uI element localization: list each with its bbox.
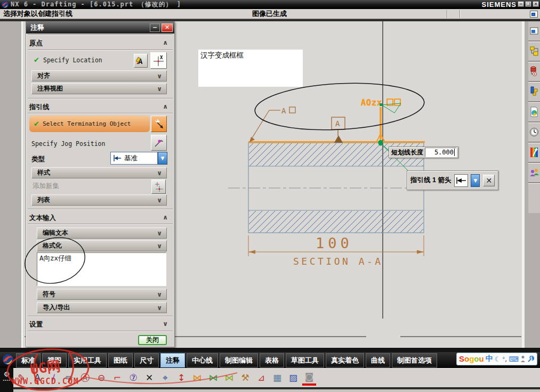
close-dialog-button[interactable]: 关闭: [138, 335, 167, 345]
target-point-icon[interactable]: ⌖: [158, 370, 172, 385]
divider: [28, 209, 173, 210]
annotation-dialog: 注释 − ✕ 原点 ∧ ✔ Specify Location A X 对齐∨: [26, 21, 175, 347]
collapse-chevron[interactable]: ∧: [160, 39, 170, 46]
dependencies-icon[interactable]: [528, 102, 540, 123]
format-group-bar[interactable]: 格式化∨: [37, 240, 167, 251]
nx-logo-icon: [1, 1, 9, 9]
tab-curve[interactable]: 曲线: [366, 353, 390, 368]
work-window-icon[interactable]: [530, 11, 538, 18]
history-icon[interactable]: [528, 123, 540, 143]
part-navigator-icon[interactable]: [528, 82, 540, 102]
tab-sketch-tools[interactable]: 草图工具: [286, 353, 324, 368]
remove-leader-button[interactable]: ✕: [483, 175, 495, 186]
divider: [28, 331, 173, 332]
ime-moon-icon[interactable]: ☾: [495, 355, 501, 363]
select-terminating-object-row[interactable]: ✔ Select Terminating Object: [29, 116, 150, 132]
feature-control-frame-icon[interactable]: ⌐: [110, 370, 124, 385]
statusbar-separator: [460, 10, 461, 18]
ordinate-dimension-icon[interactable]: ↕: [174, 370, 188, 385]
leader-line-edit-icon[interactable]: ∕: [46, 370, 60, 385]
annotation-view-group-bar[interactable]: 注释视图∨: [31, 83, 167, 94]
surface-finish-icon[interactable]: ⊿: [254, 370, 268, 385]
divider: [28, 98, 173, 99]
expand-chevron[interactable]: ∨: [160, 320, 170, 328]
tab-centerline[interactable]: 中心线: [187, 353, 218, 368]
text-origin-tool-button[interactable]: A: [134, 54, 148, 68]
import-export-group-bar[interactable]: 导入/导出∨: [37, 302, 167, 313]
style-group-bar[interactable]: 样式∨: [31, 167, 167, 178]
assembly-navigator-icon[interactable]: [528, 42, 540, 62]
symbols-group-bar[interactable]: 符号∨: [37, 289, 167, 300]
nx-app-logo[interactable]: [2, 353, 14, 366]
minimize-button[interactable]: −: [518, 1, 524, 7]
symbol-edit-icon[interactable]: ✏: [62, 370, 76, 385]
window-title: NX 6 - Drafting - [6.015.prt （修改的） ]: [11, 0, 181, 9]
text-origin-icon: A: [136, 56, 146, 66]
collapse-chevron[interactable]: ∧: [160, 214, 170, 221]
datum-feature-icon[interactable]: Ⓐ: [78, 370, 92, 385]
tab-true-shading[interactable]: 真实着色: [326, 353, 364, 368]
ime-person-icon[interactable]: [520, 355, 526, 363]
tab-table[interactable]: 表格: [260, 353, 284, 368]
check-icon: ✔: [34, 120, 39, 128]
tab-drafting-edit[interactable]: 制图编辑: [220, 353, 258, 368]
display-window-icon[interactable]: [528, 21, 540, 42]
arrow-style-dropdown[interactable]: [454, 174, 468, 187]
note-edit-icon[interactable]: ✎: [14, 370, 28, 385]
tab-dimension[interactable]: 尺寸: [134, 353, 159, 368]
terminating-object-button[interactable]: [151, 116, 167, 132]
title-bar[interactable]: NX 6 - Drafting - [6.015.prt （修改的） ] SIE…: [0, 0, 540, 9]
cross-symbol-icon[interactable]: ✕: [142, 370, 156, 385]
sogou-logo[interactable]: Sogou: [459, 354, 484, 364]
add-new-set-button[interactable]: [151, 179, 166, 194]
tab-utility-tools[interactable]: 实用工具: [68, 353, 107, 368]
ime-wrench-icon[interactable]: [527, 356, 534, 363]
arrow-style-dropdown-button[interactable]: ▼: [471, 174, 480, 187]
roles-icon[interactable]: [528, 163, 540, 183]
check-icon: ✔: [34, 56, 39, 64]
area-fill-icon[interactable]: ◙: [302, 370, 316, 386]
ime-keyboard-icon[interactable]: ⌨: [509, 355, 519, 363]
weld-symbol-orange-icon[interactable]: ⋈: [190, 370, 204, 385]
weld-symbol-green-icon[interactable]: ⋈: [206, 370, 220, 385]
tab-standard[interactable]: 标准: [16, 353, 41, 368]
dialog-minimize-button[interactable]: −: [150, 23, 160, 32]
weld-star-icon[interactable]: ⋈: [222, 370, 236, 385]
weld-hammer-icon[interactable]: ⚒: [238, 370, 252, 385]
constraint-navigator-icon[interactable]: [528, 62, 540, 82]
jog-position-button[interactable]: [151, 135, 167, 151]
image-icon[interactable]: ▦: [270, 370, 284, 385]
crosshatch-icon[interactable]: ▨: [286, 370, 300, 385]
edit-text-group-bar[interactable]: 编辑文本∨: [37, 227, 167, 239]
toolbar-options-block[interactable]: ⚙ ••••: [0, 368, 13, 392]
collapse-chevron[interactable]: ∧: [160, 103, 170, 110]
restore-button[interactable]: ❑: [525, 1, 531, 7]
tab-view[interactable]: 视图: [42, 353, 67, 368]
left-margin: [0, 21, 21, 348]
annotation-text-area[interactable]: A向zx仔细: [37, 252, 166, 286]
list-group-bar[interactable]: 列表∨: [31, 194, 167, 206]
datum-target-icon[interactable]: ⊖: [94, 370, 108, 385]
tab-sheet[interactable]: 图纸: [108, 353, 133, 368]
dialog-close-button[interactable]: ✕: [162, 23, 173, 32]
text-note-box[interactable]: 汉字变成框框: [198, 50, 303, 87]
settings-section-header: 设置: [29, 320, 43, 329]
ime-punctuation-icon[interactable]: °,: [502, 356, 507, 362]
balloon-7-icon[interactable]: ⑦: [126, 370, 140, 385]
align-group-bar[interactable]: 对齐∨: [31, 70, 167, 81]
leader-type-combobox[interactable]: 基准: [110, 152, 158, 165]
tab-drafting-preferences[interactable]: 制图首选项: [392, 353, 437, 368]
dash-length-input[interactable]: 5.000: [425, 148, 457, 157]
tab-annotation[interactable]: 注释: [160, 353, 185, 368]
materials-icon[interactable]: [528, 143, 540, 163]
point-constructor-button[interactable]: X: [150, 52, 167, 69]
leader-type-value: 基准: [124, 154, 138, 163]
close-button[interactable]: ✕: [533, 1, 539, 7]
origin-section-header: 原点: [29, 39, 43, 48]
dock-divider: [0, 348, 540, 352]
ime-language-indicator[interactable]: 中: [486, 354, 493, 364]
text-edit-icon[interactable]: A: [30, 370, 44, 385]
divider: [28, 113, 173, 114]
leader-type-dropdown-button[interactable]: ▼: [158, 152, 167, 165]
gear-icon: ⚙: [0, 370, 13, 378]
